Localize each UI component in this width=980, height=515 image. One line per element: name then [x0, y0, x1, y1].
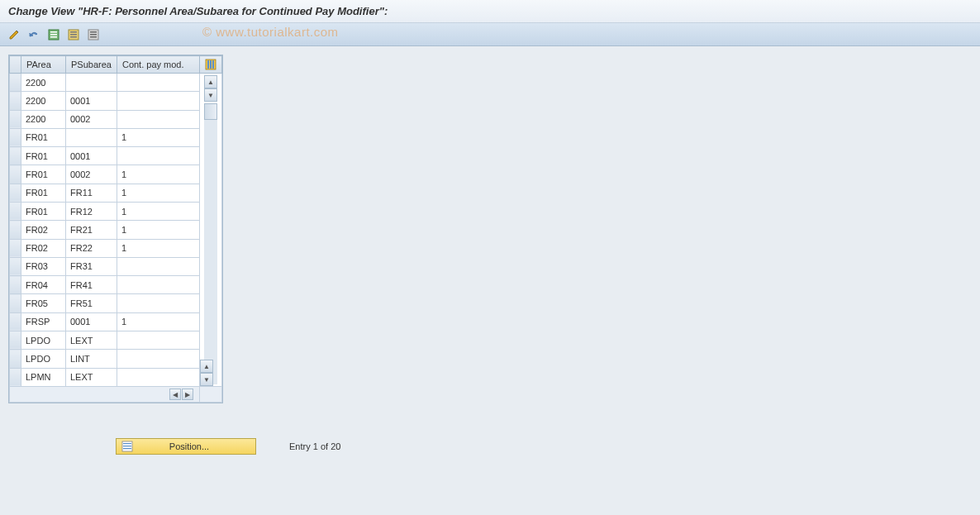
cell-psubarea[interactable]: FR21 [66, 221, 117, 239]
row-selector[interactable] [10, 92, 21, 110]
row-selector[interactable] [10, 276, 21, 294]
cell-psubarea[interactable]: 0002 [66, 165, 117, 184]
cell-psubarea[interactable]: LEXT [66, 331, 117, 349]
table-row: FR03FR31 [10, 257, 222, 275]
row-selector[interactable] [10, 128, 21, 146]
row-selector[interactable] [10, 74, 21, 92]
select-all-header[interactable] [10, 56, 21, 74]
column-header-psubarea[interactable]: PSubarea [66, 56, 117, 74]
scroll-thumb[interactable] [204, 103, 217, 120]
cell-contpay[interactable] [117, 331, 199, 349]
cell-psubarea[interactable]: FR11 [66, 184, 117, 202]
cell-contpay[interactable] [117, 276, 199, 294]
cell-psubarea[interactable]: 0001 [66, 147, 117, 165]
row-selector[interactable] [10, 331, 21, 349]
scroll-right-icon[interactable]: ▶ [182, 389, 193, 400]
row-selector[interactable] [10, 294, 21, 312]
svg-rect-17 [123, 443, 131, 444]
row-selector[interactable] [10, 312, 21, 331]
svg-rect-13 [207, 60, 209, 69]
cell-contpay[interactable] [117, 147, 199, 165]
cell-psubarea[interactable]: LINT [66, 350, 117, 368]
cell-psubarea[interactable]: 0002 [66, 110, 117, 128]
row-selector[interactable] [10, 147, 21, 165]
table-settings-icon[interactable] [199, 56, 221, 74]
cell-parea[interactable]: FR03 [21, 257, 66, 275]
cell-parea[interactable]: FR01 [21, 128, 66, 146]
scroll-down-bottom-icon[interactable]: ▼ [200, 373, 213, 386]
cell-contpay[interactable]: 1 [117, 312, 199, 331]
cell-psubarea[interactable]: FR41 [66, 276, 117, 294]
cell-parea[interactable]: FR02 [21, 221, 66, 239]
cell-parea[interactable]: FR01 [21, 184, 66, 202]
cell-parea[interactable]: LPDO [21, 350, 66, 368]
entry-counter: Entry 1 of 20 [289, 441, 340, 451]
position-button[interactable]: Position... [116, 438, 256, 455]
column-header-parea[interactable]: PArea [21, 56, 66, 74]
scroll-corner [199, 387, 221, 403]
cell-parea[interactable]: 2200 [21, 110, 66, 128]
cell-contpay[interactable]: 1 [117, 202, 199, 220]
table-row: FR02FR211 [10, 221, 222, 239]
scroll-down-icon[interactable]: ▼ [204, 88, 217, 102]
cell-contpay[interactable]: 1 [117, 184, 199, 202]
column-header-contpay[interactable]: Cont. pay mod. [117, 56, 199, 74]
row-selector[interactable] [10, 110, 21, 128]
scroll-track[interactable] [204, 103, 217, 384]
change-display-icon[interactable] [7, 27, 21, 42]
cell-psubarea[interactable]: 0001 [66, 92, 117, 110]
scroll-left-icon[interactable]: ◀ [169, 389, 181, 400]
svg-rect-9 [90, 31, 97, 33]
cell-contpay[interactable]: 1 [117, 165, 199, 184]
cell-parea[interactable]: 2200 [21, 92, 66, 110]
cell-parea[interactable]: FR05 [21, 294, 66, 312]
cell-parea[interactable]: 2200 [21, 74, 66, 92]
row-selector[interactable] [10, 202, 21, 220]
cell-parea[interactable]: FR01 [21, 165, 66, 184]
scroll-up-icon[interactable]: ▲ [204, 75, 217, 88]
row-selector[interactable] [10, 221, 21, 239]
data-table-container: PArea PSubarea Cont. pay mod. 2200▲▼▲▼22… [8, 55, 223, 403]
cell-psubarea[interactable] [66, 74, 117, 92]
row-selector[interactable] [10, 368, 21, 387]
cell-contpay[interactable] [117, 368, 199, 387]
row-selector[interactable] [10, 184, 21, 202]
cell-contpay[interactable]: 1 [117, 221, 199, 239]
cell-contpay[interactable] [117, 92, 199, 110]
cell-contpay[interactable] [117, 74, 199, 92]
cell-contpay[interactable] [117, 294, 199, 312]
cell-contpay[interactable]: 1 [117, 128, 199, 146]
cell-psubarea[interactable]: FR51 [66, 294, 117, 312]
cell-parea[interactable]: LPDO [21, 331, 66, 349]
cell-parea[interactable]: FRSP [21, 312, 66, 331]
table-row: FR05FR51 [10, 294, 222, 312]
cell-contpay[interactable] [117, 350, 199, 368]
cell-parea[interactable]: FR02 [21, 239, 66, 257]
cell-psubarea[interactable]: 0001 [66, 312, 117, 331]
deselect-all-icon[interactable] [66, 27, 81, 42]
cell-psubarea[interactable]: FR12 [66, 202, 117, 220]
select-all-icon[interactable] [46, 27, 61, 42]
cell-psubarea[interactable]: FR22 [66, 239, 117, 257]
scroll-up-bottom-icon[interactable]: ▲ [200, 360, 213, 373]
cell-parea[interactable]: FR01 [21, 202, 66, 220]
row-selector[interactable] [10, 239, 21, 257]
svg-rect-19 [123, 448, 131, 449]
row-selector[interactable] [10, 257, 21, 275]
cell-contpay[interactable] [117, 110, 199, 128]
svg-rect-2 [50, 34, 57, 36]
cell-psubarea[interactable]: FR31 [66, 257, 117, 275]
cell-contpay[interactable]: 1 [117, 239, 199, 257]
row-selector[interactable] [10, 350, 21, 368]
delimit-icon[interactable] [86, 27, 101, 42]
svg-rect-7 [70, 36, 77, 38]
cell-psubarea[interactable] [66, 128, 117, 146]
cell-psubarea[interactable]: LEXT [66, 368, 117, 387]
cell-parea[interactable]: FR01 [21, 147, 66, 165]
row-selector[interactable] [10, 165, 21, 184]
cell-contpay[interactable] [117, 257, 199, 275]
vertical-scrollbar[interactable]: ▲▼▲▼ [199, 74, 221, 387]
cell-parea[interactable]: FR04 [21, 276, 66, 294]
cell-parea[interactable]: LPMN [21, 368, 66, 387]
undo-icon[interactable] [26, 27, 41, 42]
